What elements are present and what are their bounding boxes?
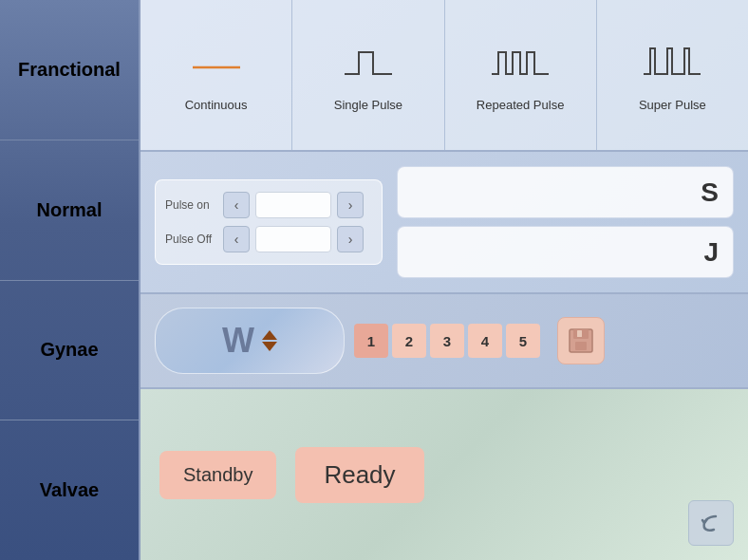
sj-controls: S J	[397, 166, 734, 278]
svg-rect-3	[575, 342, 587, 350]
continuous-waveform-icon	[183, 41, 250, 88]
number-buttons: 1 2 3 4 5	[354, 324, 540, 358]
pulse-on-label: Pulse on	[165, 198, 217, 212]
w-increment[interactable]	[262, 330, 277, 340]
ready-button[interactable]: Ready	[295, 447, 423, 503]
sidebar-item-normal[interactable]: Normal	[0, 140, 139, 281]
pulse-on-value[interactable]	[255, 192, 331, 218]
waveform-btn-continuous[interactable]: Continuous	[140, 0, 292, 150]
num-btn-3[interactable]: 3	[430, 324, 464, 358]
pulse-off-row: Pulse Off ‹ ›	[165, 226, 372, 252]
svg-rect-4	[577, 330, 582, 337]
sidebar-label-valvae: Valvae	[40, 479, 99, 501]
super-pulse-waveform-icon	[639, 41, 705, 88]
w-arrows	[262, 330, 277, 351]
save-button[interactable]	[557, 317, 605, 364]
section-valvae: Standby Ready	[140, 389, 748, 560]
sidebar-label-gynae: Gynae	[40, 339, 98, 361]
waveform-label-single-pulse: Single Pulse	[334, 98, 402, 112]
standby-button[interactable]: Standby	[159, 451, 276, 499]
waveform-btn-single-pulse[interactable]: Single Pulse	[292, 0, 444, 150]
num-btn-1[interactable]: 1	[354, 324, 388, 358]
j-label: J	[703, 237, 719, 268]
pulse-on-decrement[interactable]: ‹	[223, 192, 250, 218]
pulse-off-increment[interactable]: ›	[337, 226, 364, 252]
w-decrement[interactable]	[262, 342, 277, 351]
sidebar-item-valvae[interactable]: Valvae	[0, 420, 139, 560]
back-icon	[697, 509, 725, 537]
pulse-off-decrement[interactable]: ‹	[223, 226, 250, 252]
sidebar: Franctional Normal Gynae Valvae	[0, 0, 140, 560]
waveform-label-repeated-pulse: Repeated Pulse	[477, 98, 565, 112]
back-button[interactable]	[688, 500, 734, 546]
s-label: S	[701, 177, 719, 208]
sidebar-label-fractional: Franctional	[18, 59, 121, 81]
w-letter: W	[222, 321, 254, 361]
pulse-on-row: Pulse on ‹ ›	[165, 192, 372, 218]
pulse-on-increment[interactable]: ›	[337, 192, 364, 218]
pulse-controls: Pulse on ‹ › Pulse Off ‹ ›	[155, 179, 383, 265]
waveform-btn-super-pulse[interactable]: Super Pulse	[597, 0, 748, 150]
sidebar-item-fractional[interactable]: Franctional	[0, 0, 139, 140]
content-area: Continuous Single Pulse Repeated Pulse	[140, 0, 748, 560]
pulse-off-label: Pulse Off	[165, 233, 217, 246]
save-icon	[566, 326, 596, 356]
sidebar-item-gynae[interactable]: Gynae	[0, 281, 139, 421]
num-btn-2[interactable]: 2	[392, 324, 426, 358]
j-box: J	[397, 226, 734, 278]
section-normal: Pulse on ‹ › Pulse Off ‹ › S J	[140, 152, 748, 294]
w-control: W	[155, 308, 345, 374]
waveform-btn-repeated-pulse[interactable]: Repeated Pulse	[445, 0, 597, 150]
single-pulse-waveform-icon	[335, 41, 402, 88]
waveform-label-continuous: Continuous	[185, 98, 248, 112]
pulse-off-value[interactable]	[255, 226, 331, 252]
sidebar-label-normal: Normal	[37, 199, 103, 221]
num-btn-4[interactable]: 4	[468, 324, 502, 358]
s-box: S	[397, 166, 734, 218]
section-fractional: Continuous Single Pulse Repeated Pulse	[140, 0, 748, 152]
repeated-pulse-waveform-icon	[487, 41, 553, 88]
main-container: Franctional Normal Gynae Valvae Continuo…	[0, 0, 748, 560]
waveform-label-super-pulse: Super Pulse	[639, 98, 706, 112]
section-gynae: W 1 2 3 4 5	[140, 294, 748, 389]
num-btn-5[interactable]: 5	[506, 324, 540, 358]
